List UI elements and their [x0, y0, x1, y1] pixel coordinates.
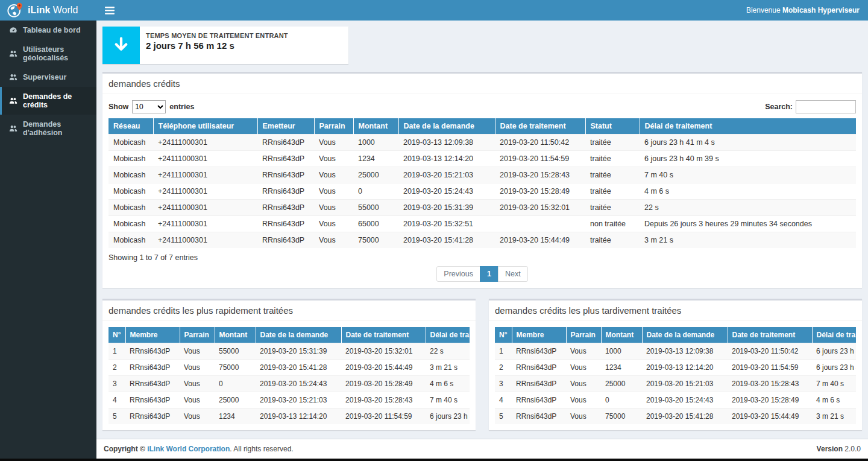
search-input[interactable] [796, 100, 856, 113]
table-cell: 3 [108, 376, 125, 392]
table-cell: 2019-03-20 15:21:03 [642, 376, 728, 392]
table-cell: +24111000301 [153, 232, 257, 249]
table-cell: 1234 [353, 151, 398, 167]
sidebar-toggle-button[interactable] [105, 7, 115, 14]
table-cell: 2019-03-20 15:28:43 [495, 167, 585, 183]
sidebar-item-superviseur[interactable]: Superviseur [0, 68, 96, 87]
column-header[interactable]: Délai de traitement [640, 118, 856, 135]
table-cell: 2019-03-20 15:31:39 [398, 200, 495, 216]
table-cell: Vous [314, 200, 353, 216]
entries-label: entries [169, 103, 194, 111]
pagination: Previous 1 Next [108, 266, 856, 282]
table-cell: +24111000301 [153, 216, 257, 232]
table-cell: +24111000301 [153, 151, 257, 167]
table-cell: 1234 [215, 409, 256, 425]
table-cell: RRnsi643dP [257, 216, 314, 232]
table-cell: 2019-03-20 15:41:28 [642, 409, 728, 425]
column-header[interactable]: Emetteur [257, 118, 314, 135]
column-header[interactable]: Téléphone utilisateur [153, 118, 257, 135]
table-cell: traitée [585, 151, 640, 167]
table-cell: Depuis 26 jours 3 heures 29 minutes 34 s… [640, 216, 856, 232]
table-cell: 25000 [601, 376, 642, 392]
sidebar: iLink World Tableau de bord Utilisateurs… [0, 0, 96, 459]
table-cell: 6 jours 23 h 40 m 39 s [426, 409, 470, 425]
table-cell: 1000 [601, 343, 642, 360]
footer: Copyright © iLink World Corporation. All… [96, 439, 868, 459]
table-cell: Vous [180, 392, 215, 409]
table-cell: Vous [314, 135, 353, 151]
table-cell: 2019-03-13 12:14:20 [398, 151, 495, 167]
column-header[interactable]: Statut [585, 118, 640, 135]
table-cell: 2019-03-13 12:09:38 [642, 343, 728, 360]
table-cell: Vous [314, 183, 353, 200]
table-cell: RRnsi643dP [512, 409, 566, 425]
table-cell: 2019-03-13 12:14:20 [642, 360, 728, 376]
table-cell: Mobicash [108, 151, 153, 167]
users-icon [9, 124, 17, 133]
table-cell: traitée [585, 183, 640, 200]
previous-page-button[interactable]: Previous [436, 266, 480, 282]
sidebar-item-demandes-adhesion[interactable]: Demandes d'adhésion [0, 115, 96, 142]
table-cell: traitée [585, 232, 640, 249]
table-cell: RRnsi643dP [512, 360, 566, 376]
table-cell: RRnsi643dP [125, 409, 180, 425]
column-header: N° [108, 327, 125, 343]
company-link[interactable]: iLink World Corporation [147, 445, 230, 453]
table-cell: 25000 [353, 167, 398, 183]
page-length-select[interactable]: 10 [132, 100, 166, 113]
page-1-button[interactable]: 1 [480, 266, 498, 282]
column-header[interactable]: Montant [353, 118, 398, 135]
top-navbar: Bienvenue Mobicash Hyperviseur [96, 0, 868, 21]
sidebar-item-label: Superviseur [23, 73, 66, 81]
table-summary: Showing 1 to 7 of 7 entries [108, 253, 856, 262]
table-cell: 2019-03-20 15:24:43 [398, 183, 495, 200]
column-header[interactable]: Réseau [108, 118, 153, 135]
table-cell: 2019-03-20 15:24:43 [256, 376, 341, 392]
slowest-processed-panel: demandes crédits les plus tardivement tr… [489, 299, 862, 430]
sidebar-item-utilisateurs-geolocalises[interactable]: Utilisateurs géolocalisés [0, 40, 96, 68]
column-header[interactable]: Date de la demande [398, 118, 495, 135]
table-cell: 6 jours 23 h 41 m 4 s [812, 343, 856, 360]
table-cell: 0 [601, 392, 642, 409]
table-cell: 3 m 21 s [640, 232, 856, 249]
column-header: Date de traitement [341, 327, 426, 343]
demandes-credits-panel: demandes crédits Show 10 entries Search: [102, 72, 862, 288]
sidebar-item-tableau-de-bord[interactable]: Tableau de bord [0, 21, 96, 40]
welcome-message: Bienvenue Mobicash Hyperviseur [746, 6, 860, 14]
table-cell: 3 m 21 s [812, 409, 856, 425]
column-header[interactable]: Parrain [314, 118, 353, 135]
table-cell: 0 [353, 183, 398, 200]
sidebar-item-demandes-de-credits[interactable]: Demandes de crédits [0, 87, 96, 115]
table-cell: 2019-03-20 15:32:51 [398, 216, 495, 232]
table-row: Mobicash+24111000301RRnsi643dPVous750002… [108, 232, 856, 249]
table-cell: Vous [180, 360, 215, 376]
bottom-strip [0, 459, 868, 461]
table-row: 2RRnsi643dPVous750002019-03-20 15:41:282… [108, 360, 470, 376]
table-cell: 1000 [353, 135, 398, 151]
table-row: 1RRnsi643dPVous550002019-03-20 15:31:392… [108, 343, 470, 360]
table-cell: Vous [314, 232, 353, 249]
avg-processing-time-card: TEMPS MOYEN DE TRAITEMENT ENTRANT 2 jour… [102, 27, 348, 64]
search-label: Search: [765, 103, 793, 111]
brand-logo[interactable]: iLink World [0, 0, 96, 21]
panel-title: demandes crédits [102, 74, 862, 94]
copyright-text: Copyright © iLink World Corporation. All… [104, 445, 294, 453]
table-cell: 75000 [215, 360, 256, 376]
column-header: Date de traitement [728, 327, 812, 343]
sidebar-item-label: Demandes d'adhésion [23, 120, 91, 137]
next-page-button[interactable]: Next [498, 266, 528, 282]
table-cell: 2019-03-20 11:54:59 [495, 151, 585, 167]
table-row: 5RRnsi643dPVous750002019-03-20 15:41:282… [495, 409, 856, 425]
users-icon [9, 73, 17, 81]
users-icon [9, 49, 17, 58]
column-header[interactable]: Date de traitement [495, 118, 585, 135]
table-cell: 1 [495, 343, 512, 360]
table-cell: 2019-03-13 12:14:20 [256, 409, 341, 425]
search-control: Search: [765, 100, 856, 113]
fastest-processed-table: N°MembreParrainMontantDate de la demande… [108, 327, 470, 424]
table-cell: +24111000301 [153, 167, 257, 183]
table-cell: 7 m 40 s [426, 392, 470, 409]
table-cell: 2019-03-20 15:28:49 [728, 392, 812, 409]
table-cell: 2019-03-20 15:28:49 [341, 376, 426, 392]
demandes-credits-table: RéseauTéléphone utilisateurEmetteurParra… [108, 118, 856, 248]
